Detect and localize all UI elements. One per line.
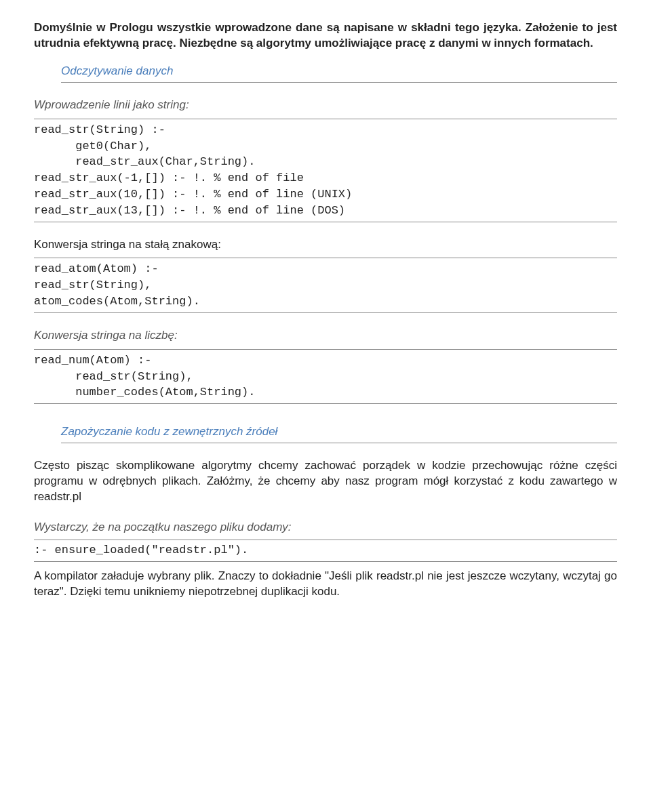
intro-paragraph: Domyślnie w Prologu wszystkie wprowadzon…	[34, 20, 617, 52]
code-block-read-atom: read_atom(Atom) :- read_str(String), ato…	[34, 258, 617, 312]
paragraph-external-intro: Często pisząc skomplikowane algorytmy ch…	[34, 458, 617, 505]
paragraph-compiler-load: A kompilator załaduje wybrany plik. Znac…	[34, 569, 617, 600]
section-heading-external-code: Zapożyczanie kodu z zewnętrznych źródeł	[61, 424, 617, 443]
subtext-convert-number: Konwersja stringa na liczbę:	[34, 328, 617, 344]
code-block-read-str: read_str(String) :- get0(Char), read_str…	[34, 119, 617, 222]
code-block-ensure-loaded: :- ensure_loaded("readstr.pl").	[34, 540, 617, 562]
subtext-input-line-string: Wprowadzenie linii jako string:	[34, 98, 617, 113]
subtext-convert-atom: Konwersja stringa na stałą znakową:	[34, 237, 617, 253]
section-heading-reading-data: Odczytywanie danych	[61, 64, 617, 83]
code-block-read-num: read_num(Atom) :- read_str(String), numb…	[34, 349, 617, 404]
subtext-add-beginning: Wystarczy, że na początku naszego pliku …	[34, 520, 617, 535]
